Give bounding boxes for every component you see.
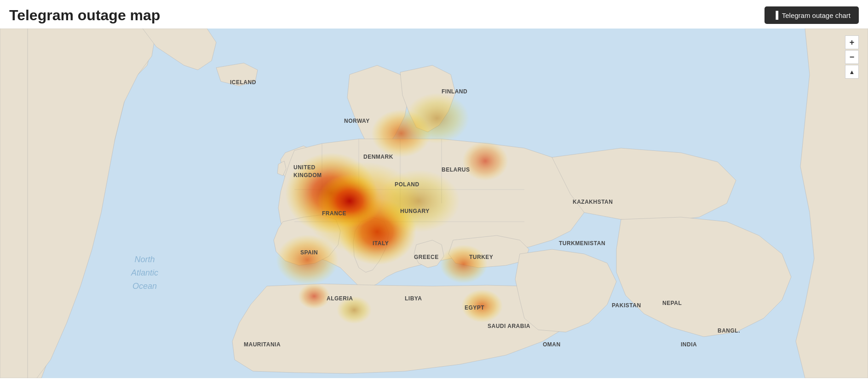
page-title: Telegram outage map [9,7,160,24]
svg-point-15 [461,289,503,322]
map-controls: + − ▲ [845,35,859,79]
svg-point-18 [298,283,330,309]
svg-point-12 [405,93,469,144]
map-svg [0,29,868,378]
svg-point-13 [462,141,508,181]
svg-point-14 [440,245,488,283]
zoom-in-button[interactable]: + [845,35,859,49]
svg-point-19 [317,174,382,228]
svg-point-16 [337,296,372,324]
chart-button[interactable]: ▐ Telegram outage chart [765,6,859,24]
reset-button[interactable]: ▲ [845,65,859,79]
chart-button-label: Telegram outage chart [782,11,851,19]
bar-chart-icon: ▐ [773,11,778,19]
page-header: Telegram outage map ▐ Telegram outage ch… [0,0,868,29]
svg-point-17 [377,170,460,232]
zoom-out-button[interactable]: − [845,50,859,64]
svg-point-10 [276,235,339,285]
map-container: ICELANDNORWAYFINLANDUNITEDKINGDOMDENMARK… [0,29,868,378]
